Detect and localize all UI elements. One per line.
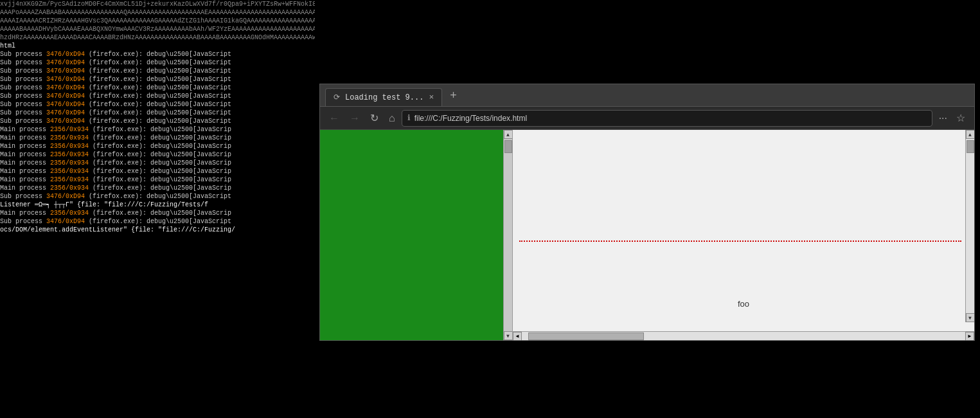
terminal-line: html	[0, 42, 315, 50]
terminal-line: Sub process 3476/0xD94 (firefox.exe): de…	[0, 50, 315, 59]
left-scrollbar[interactable]: ▲ ▼	[503, 130, 512, 340]
terminal-line: hzdHRzAAAAAAAAEAAAADAAACAAAABRzdHNzAAAAA…	[0, 33, 315, 42]
loading-spinner: ⟳	[334, 93, 340, 102]
scroll-thumb-right[interactable]	[967, 140, 974, 153]
browser-tab[interactable]: ⟳ Loading test 9... ×	[325, 88, 442, 106]
terminal-line: ocs/DOM/element.addEventListener" {file:…	[0, 226, 315, 234]
left-panel-canvas: ▲ ▼	[320, 130, 513, 340]
nav-bar: ← → ↻ ⌂ ℹ file:///C:/Fuzzing/Tests/index…	[320, 107, 974, 130]
dotted-line	[519, 241, 961, 242]
terminal-line: Sub process 3476/0xD94 (firefox.exe): de…	[0, 217, 315, 226]
terminal-line: Main process 2356/0x934 (firefox.exe): d…	[0, 184, 315, 192]
terminal-line: Sub process 3476/0xD94 (firefox.exe): de…	[0, 92, 315, 100]
terminal-line: Sub process 3476/0xD94 (firefox.exe): de…	[0, 59, 315, 67]
terminal-line: Main process 2356/0x934 (firefox.exe): d…	[0, 125, 315, 134]
back-button[interactable]: ←	[325, 110, 343, 127]
horizontal-scrollbar[interactable]: ◀ ▶	[513, 331, 974, 340]
reload-button[interactable]: ↻	[366, 109, 382, 127]
scroll-up-arrow[interactable]: ▲	[504, 130, 513, 139]
terminal-line: AAAAABAAAADHVybCAAAAEAAABQXNOYmwAAACV3Rz…	[0, 25, 315, 33]
terminal-line: Sub process 3476/0xD94 (firefox.exe): de…	[0, 75, 315, 84]
terminal-line: xvjj4nXKG9Zm/PycSAd1zoMD0Fc4CmXmCL51Dj+z…	[0, 0, 315, 8]
tab-title: Loading test 9...	[345, 93, 423, 102]
scroll-right-arrow[interactable]: ▶	[965, 332, 974, 341]
terminal-line: Main process 2356/0x934 (firefox.exe): d…	[0, 167, 315, 176]
browser-content: ▲ ▼ ▲ ▼ foo	[320, 130, 974, 340]
terminal-output: xvjj4nXKG9Zm/PycSAd1zoMD0Fc4CmXmCL51Dj+z…	[0, 0, 315, 418]
scroll-thumb-bottom[interactable]	[528, 332, 644, 340]
terminal-line: Main process 2356/0x934 (firefox.exe): d…	[0, 176, 315, 184]
scroll-down-arrow[interactable]: ▼	[504, 331, 513, 340]
terminal-line: Sub process 3476/0xD94 (firefox.exe): de…	[0, 100, 315, 109]
right-content-area: ▲ ▼ foo	[513, 130, 974, 331]
terminal-line: Main process 2356/0x934 (firefox.exe): d…	[0, 142, 315, 150]
terminal-line: Main process 2356/0x934 (firefox.exe): d…	[0, 134, 315, 142]
terminal-line: AAAPoAAAAZAABAABAAAAAAAAAAAAAAAAQAAAAAAA…	[0, 8, 315, 17]
forward-button[interactable]: →	[346, 110, 364, 127]
terminal-line: Sub process 3476/0xD94 (firefox.exe): de…	[0, 109, 315, 117]
scroll-thumb[interactable]	[504, 140, 512, 153]
terminal-line: Main process 2356/0x934 (firefox.exe): d…	[0, 159, 315, 167]
home-button[interactable]: ⌂	[385, 110, 399, 127]
new-tab-button[interactable]: +	[445, 89, 462, 101]
terminal-line: Sub process 3476/0xD94 (firefox.exe): de…	[0, 84, 315, 92]
terminal-line: Sub process 3476/0xD94 (firefox.exe): de…	[0, 67, 315, 75]
scroll-up-arrow-right[interactable]: ▲	[966, 130, 975, 139]
scroll-left-arrow[interactable]: ◀	[513, 332, 522, 341]
terminal-line: Sub process 3476/0xD94 (firefox.exe): de…	[0, 117, 315, 125]
tab-bar: ⟳ Loading test 9... × +	[320, 84, 974, 107]
scroll-track[interactable]	[522, 332, 965, 341]
terminal-line: Sub process 3476/0xD94 (firefox.exe): de…	[0, 192, 315, 201]
right-panel: ▲ ▼ foo ◀ ▶	[513, 130, 974, 340]
tab-close-button[interactable]: ×	[429, 93, 434, 102]
terminal-line: Main process 2356/0x934 (firefox.exe): d…	[0, 150, 315, 159]
right-scrollbar[interactable]: ▲ ▼	[965, 130, 974, 322]
terminal-line: Main process 2356/0x934 (firefox.exe): d…	[0, 209, 315, 217]
info-icon: ℹ	[407, 113, 411, 123]
foo-label: foo	[738, 299, 749, 309]
firefox-window: ⟳ Loading test 9... × + ← → ↻ ⌂ ℹ file:/…	[319, 84, 975, 341]
more-options-button[interactable]: ···	[935, 109, 951, 127]
address-text: file:///C:/Fuzzing/Tests/index.html	[414, 114, 527, 123]
address-bar[interactable]: ℹ file:///C:/Fuzzing/Tests/index.html	[402, 110, 932, 127]
terminal-line: Listener ═Ω═┑ ┼┬┬Γ" {file: "file:///C:/F…	[0, 201, 315, 209]
scroll-down-arrow-right[interactable]: ▼	[966, 313, 975, 322]
nav-right-buttons: ··· ☆	[935, 109, 969, 127]
terminal-line: AAAAIAAAAACRIZHRzAAAAHGVsc3QAAAAAAAAAAAA…	[0, 17, 315, 25]
bookmark-button[interactable]: ☆	[952, 109, 969, 127]
